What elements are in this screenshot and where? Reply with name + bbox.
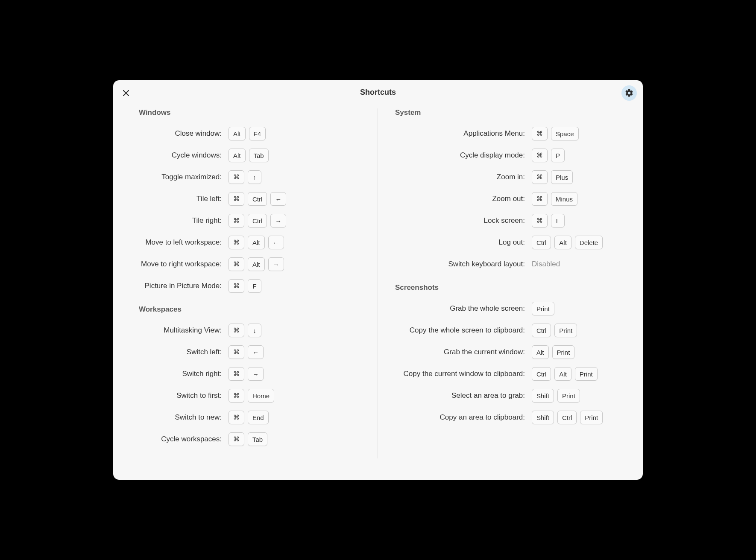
keycap: ⌘ xyxy=(229,192,244,206)
shortcut-row-zoom-in: Zoom in:⌘Plus xyxy=(395,170,617,184)
keycap: ⌘ xyxy=(229,279,244,293)
shortcut-keys: ⌘Home xyxy=(229,389,274,402)
shortcut-label: Switch right: xyxy=(139,370,229,378)
shortcut-keys: ShiftPrint xyxy=(532,389,580,402)
shortcut-label: Zoom in: xyxy=(395,173,532,181)
shortcut-label: Picture in Picture Mode: xyxy=(139,282,229,290)
section-system: SystemApplications Menu:⌘SpaceCycle disp… xyxy=(395,108,617,271)
shortcut-keys: ⌘Space xyxy=(532,127,579,140)
keycap: Alt xyxy=(554,236,571,249)
shortcut-keys: CtrlAltPrint xyxy=(532,367,598,381)
shortcut-keys: ⌘Alt← xyxy=(229,236,284,249)
keycap: Space xyxy=(551,127,579,140)
keycap: ⌘ xyxy=(229,389,244,402)
shortcut-label: Lock screen: xyxy=(395,216,532,225)
shortcut-row-close-window: Close window:AltF4 xyxy=(139,126,365,141)
keycap: Print xyxy=(552,345,575,359)
shortcut-keys: ShiftCtrlPrint xyxy=(532,411,603,424)
shortcut-label: Close window: xyxy=(139,129,229,138)
keycap: Print xyxy=(580,411,603,424)
keycap: Tab xyxy=(249,149,269,162)
shortcut-row-multitasking-view: Multitasking View:⌘↓ xyxy=(139,323,365,338)
shortcut-label: Copy the whole screen to clipboard: xyxy=(395,326,532,335)
keycap: Ctrl xyxy=(248,192,267,206)
keycap: Ctrl xyxy=(248,214,267,228)
shortcut-label: Move to right workspace: xyxy=(139,260,229,268)
shortcut-keys: ⌘← xyxy=(229,345,264,359)
keycap: ⌘ xyxy=(532,214,548,228)
shortcut-row-tile-right: Tile right:⌘Ctrl→ xyxy=(139,213,365,228)
shortcut-keys: ⌘Tab xyxy=(229,432,267,446)
shortcut-row-move-right-workspace: Move to right workspace:⌘Alt→ xyxy=(139,257,365,271)
keycap: ⌘ xyxy=(229,432,244,446)
shortcut-keys: Print xyxy=(532,302,554,315)
shortcut-row-cycle-windows: Cycle windows:AltTab xyxy=(139,148,365,163)
keycap: Print xyxy=(532,302,554,315)
shortcut-row-pip-mode: Picture in Picture Mode:⌘F xyxy=(139,279,365,293)
shortcut-label: Cycle windows: xyxy=(139,151,229,160)
shortcut-row-copy-area-clipboard: Copy an area to clipboard:ShiftCtrlPrint xyxy=(395,410,617,425)
keycap: Ctrl xyxy=(532,324,551,337)
keycap: ↓ xyxy=(248,324,261,337)
window-title: Shortcuts xyxy=(360,88,396,97)
keycap: Tab xyxy=(248,432,267,446)
keycap: Home xyxy=(248,389,274,402)
keycap: F4 xyxy=(249,127,266,140)
shortcut-keys: ⌘→ xyxy=(229,367,264,381)
shortcut-keys: ⌘P xyxy=(532,149,565,162)
shortcut-keys: Disabled xyxy=(532,260,560,268)
keycap: ⌘ xyxy=(229,236,244,249)
keycap: ⌘ xyxy=(229,367,244,381)
shortcut-label: Copy the current window to clipboard: xyxy=(395,370,532,378)
keycap: Ctrl xyxy=(557,411,577,424)
shortcut-keys: ⌘Minus xyxy=(532,192,577,206)
shortcut-label: Tile left: xyxy=(139,195,229,203)
shortcut-row-select-area-grab: Select an area to grab:ShiftPrint xyxy=(395,388,617,403)
shortcut-row-switch-left: Switch left:⌘← xyxy=(139,345,365,359)
shortcut-row-copy-current-window: Copy the current window to clipboard:Ctr… xyxy=(395,367,617,381)
keycap: Shift xyxy=(532,389,554,402)
shortcut-row-cycle-workspaces: Cycle workspaces:⌘Tab xyxy=(139,432,365,446)
shortcut-keys: ⌘Plus xyxy=(532,170,573,184)
keycap: → xyxy=(248,367,264,381)
shortcut-row-switch-keyboard-layout: Switch keyboard layout:Disabled xyxy=(395,257,617,271)
shortcut-row-copy-whole-screen: Copy the whole screen to clipboard:CtrlP… xyxy=(395,323,617,338)
keycap: Alt xyxy=(554,367,571,381)
left-column: WindowsClose window:AltF4Cycle windows:A… xyxy=(130,108,378,458)
shortcut-label: Cycle workspaces: xyxy=(139,435,229,443)
keycap: Alt xyxy=(229,127,246,140)
keycap: Alt xyxy=(532,345,549,359)
shortcut-keys: ⌘L xyxy=(532,214,565,228)
keycap: ⌘ xyxy=(532,149,548,162)
shortcut-row-switch-first: Switch to first:⌘Home xyxy=(139,388,365,403)
shortcut-keys: AltPrint xyxy=(532,345,574,359)
shortcut-keys: AltTab xyxy=(229,149,269,162)
shortcut-label: Applications Menu: xyxy=(395,129,532,138)
keycap: Shift xyxy=(532,411,554,424)
disabled-text: Disabled xyxy=(532,260,560,268)
shortcut-keys: AltF4 xyxy=(229,127,266,140)
settings-button[interactable] xyxy=(621,85,637,101)
keycap: ⌘ xyxy=(532,192,548,206)
shortcut-row-grab-whole-screen: Grab the whole screen:Print xyxy=(395,301,617,316)
shortcut-row-switch-new: Switch to new:⌘End xyxy=(139,410,365,425)
shortcut-label: Grab the current window: xyxy=(395,348,532,356)
keycap: ⌘ xyxy=(229,324,244,337)
section-screenshots: ScreenshotsGrab the whole screen:PrintCo… xyxy=(395,283,617,425)
keycap: End xyxy=(248,411,269,424)
keycap: Alt xyxy=(248,257,265,271)
right-column: SystemApplications Menu:⌘SpaceCycle disp… xyxy=(378,108,626,458)
keycap: Plus xyxy=(551,170,573,184)
close-icon xyxy=(123,90,129,96)
keycap: ← xyxy=(270,192,286,206)
keycap: ← xyxy=(248,345,264,359)
close-button[interactable] xyxy=(121,88,131,98)
shortcut-row-zoom-out: Zoom out:⌘Minus xyxy=(395,192,617,206)
content: WindowsClose window:AltF4Cycle windows:A… xyxy=(113,104,643,480)
keycap: ⌘ xyxy=(229,214,244,228)
shortcut-row-switch-right: Switch right:⌘→ xyxy=(139,367,365,381)
gear-icon xyxy=(624,88,634,98)
keycap: Alt xyxy=(248,236,265,249)
shortcut-keys: ⌘Ctrl→ xyxy=(229,214,286,228)
keycap: Ctrl xyxy=(532,367,551,381)
